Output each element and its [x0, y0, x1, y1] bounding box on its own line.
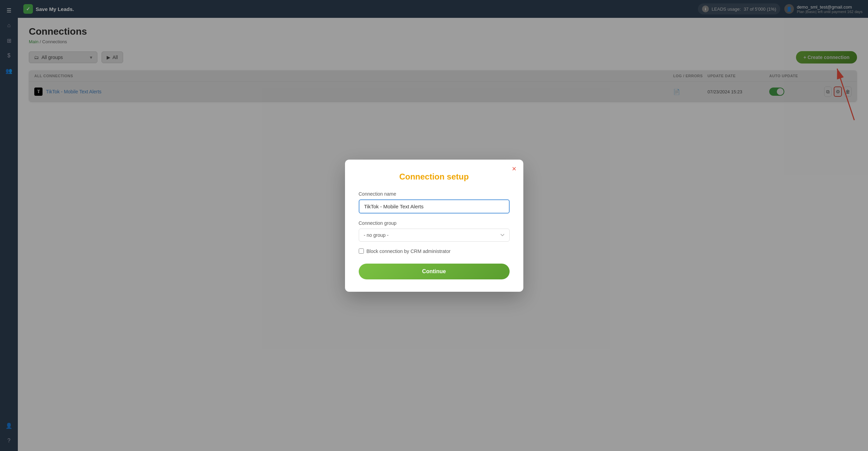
modal-close-button[interactable]: × [512, 165, 516, 173]
connection-group-select[interactable]: - no group - [359, 229, 510, 242]
block-connection-label: Block connection by CRM administrator [367, 248, 451, 254]
modal-title: Connection setup [359, 172, 510, 182]
connection-name-input[interactable] [359, 199, 510, 213]
block-connection-checkbox[interactable] [359, 248, 364, 254]
connection-group-group: Connection group - no group - [359, 220, 510, 242]
connection-name-group: Connection name [359, 191, 510, 213]
connection-name-label: Connection name [359, 191, 510, 197]
connection-group-label: Connection group [359, 220, 510, 226]
continue-button[interactable]: Continue [359, 264, 510, 279]
block-connection-row: Block connection by CRM administrator [359, 248, 510, 254]
modal-overlay[interactable]: × Connection setup Connection name Conne… [0, 0, 868, 451]
modal: × Connection setup Connection name Conne… [345, 160, 523, 292]
